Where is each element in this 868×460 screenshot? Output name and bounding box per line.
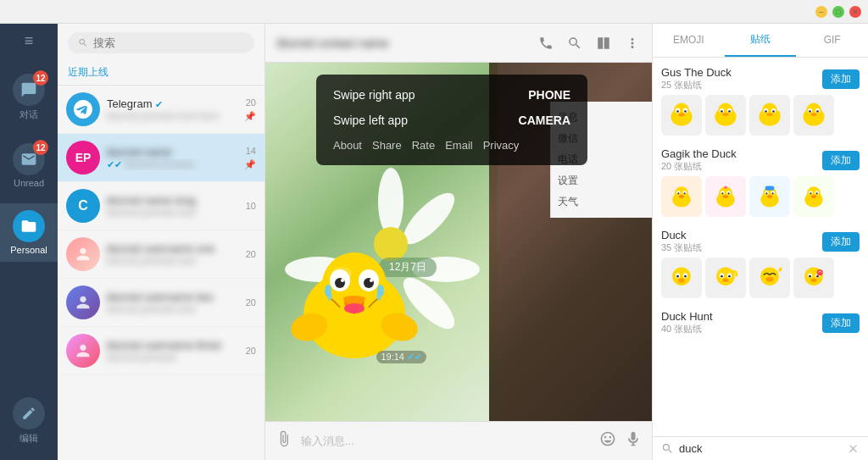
- sticker-tabs: EMOJI 贴纸 GIF: [653, 24, 868, 58]
- sticker-item[interactable]: [661, 95, 702, 136]
- chat-item-user3[interactable]: blurred username three blurred preview 2…: [58, 327, 264, 375]
- sticker-pack-gagik: Gagik the Duck 20 张贴纸 添加: [661, 147, 860, 217]
- tab-emoji[interactable]: EMOJI: [653, 24, 725, 57]
- context-weather[interactable]: 天气: [558, 193, 645, 211]
- tab-stickers[interactable]: 贴纸: [725, 24, 797, 57]
- edit-label: 编辑: [19, 432, 38, 445]
- svg-point-73: [811, 195, 816, 198]
- user3-meta: 20: [246, 346, 256, 356]
- unread-badge: 12: [33, 140, 48, 155]
- pack-duck-header: Duck 35 张贴纸 添加: [661, 229, 860, 254]
- chat-item-user1[interactable]: blurred username one blurred preview tex…: [58, 230, 264, 279]
- contact-name: blurred contact name: [277, 36, 525, 50]
- sidebar-item-edit[interactable]: 编辑: [0, 391, 58, 452]
- emoji-icon[interactable]: [599, 430, 616, 452]
- pack-gus-stickers: [661, 95, 860, 136]
- svg-point-35: [772, 110, 775, 113]
- chat-item-c[interactable]: C blurred name long blurred preview text…: [58, 182, 264, 230]
- sticker-item[interactable]: [705, 258, 746, 298]
- chat-item-user2[interactable]: blurred username two blurred preview tex…: [58, 279, 264, 327]
- message-time: 19:14 ✔✔: [376, 351, 426, 363]
- svg-point-50: [679, 195, 684, 198]
- user3-avatar: [66, 334, 100, 368]
- overlay-links: About Share Rate Email Privacy: [333, 139, 570, 152]
- rate-link[interactable]: Rate: [412, 139, 435, 152]
- message-input[interactable]: [301, 435, 591, 447]
- c-avatar: C: [66, 189, 100, 223]
- chat-item-telegram[interactable]: Telegram ✔ blurred preview text here 20 …: [58, 86, 264, 134]
- sticker-item[interactable]: [749, 95, 790, 136]
- sticker-item[interactable]: [749, 176, 790, 217]
- email-link[interactable]: Email: [445, 139, 473, 152]
- svg-point-68: [807, 186, 821, 200]
- sidebar-item-chats[interactable]: 12 对话: [0, 67, 58, 128]
- sidebar-item-personal[interactable]: Personal: [0, 203, 58, 262]
- pack-gagik-info: Gagik the Duck 20 张贴纸: [661, 147, 737, 173]
- search-input[interactable]: [93, 36, 244, 49]
- sticker-search-input[interactable]: [679, 442, 842, 455]
- pack-gus-info: Gus The Duck 25 张贴纸: [661, 66, 732, 91]
- svg-point-87: [766, 277, 774, 281]
- user1-meta: 20: [246, 249, 256, 259]
- svg-point-49: [684, 192, 686, 194]
- maximize-button[interactable]: □: [832, 6, 844, 18]
- svg-rect-66: [765, 186, 775, 190]
- camera-label[interactable]: CAMERA: [519, 114, 570, 127]
- about-link[interactable]: About: [333, 139, 362, 152]
- sticker-search-clear-icon[interactable]: [847, 442, 860, 455]
- close-button[interactable]: ✕: [849, 6, 861, 18]
- attach-icon[interactable]: [275, 430, 292, 452]
- chat-item-ep[interactable]: EP blurred name ✔✔ blurred preview 14 📌: [58, 134, 264, 182]
- chat-topbar: blurred contact name: [265, 24, 652, 63]
- chat-input-bar: [265, 421, 652, 460]
- share-link[interactable]: Share: [372, 139, 402, 152]
- user3-preview: blurred preview: [107, 352, 241, 363]
- chat-list-header: [58, 24, 264, 62]
- hamburger-icon[interactable]: ≡: [25, 32, 34, 50]
- ep-avatar: EP: [66, 141, 100, 175]
- svg-point-43: [810, 113, 816, 116]
- telegram-preview: blurred preview text here: [107, 110, 239, 122]
- pack-duckhunt-info: Duck Hunt 40 张贴纸: [661, 310, 713, 335]
- svg-point-72: [816, 192, 818, 194]
- pack-gagik-add-button[interactable]: 添加: [822, 151, 860, 170]
- svg-point-71: [810, 192, 811, 194]
- svg-point-29: [722, 113, 728, 116]
- pack-duckhunt-header: Duck Hunt 40 张贴纸 添加: [661, 310, 860, 335]
- split-view-icon[interactable]: [596, 36, 611, 51]
- sidebar-item-unread[interactable]: 12 Unread: [0, 136, 58, 195]
- minimize-button[interactable]: –: [815, 6, 827, 18]
- sticker-item[interactable]: [749, 258, 790, 298]
- telegram-pin-icon: 📌: [244, 111, 256, 122]
- pack-duckhunt-add-button[interactable]: 添加: [822, 313, 860, 333]
- mic-icon[interactable]: [625, 430, 642, 452]
- sticker-item[interactable]: [705, 176, 746, 217]
- privacy-link[interactable]: Privacy: [483, 139, 520, 152]
- sticker-item[interactable]: [661, 258, 702, 298]
- pack-duck-count: 35 张贴纸: [661, 241, 702, 254]
- sticker-item[interactable]: [793, 176, 834, 217]
- svg-point-64: [772, 192, 774, 194]
- sticker-item[interactable]: [705, 95, 746, 136]
- svg-point-92: [816, 275, 819, 278]
- sticker-item[interactable]: [661, 176, 702, 217]
- pack-duck-add-button[interactable]: 添加: [822, 232, 860, 252]
- sticker-item[interactable]: [793, 95, 834, 136]
- unread-label: Unread: [14, 178, 44, 188]
- phone-icon[interactable]: [538, 36, 554, 51]
- context-settings[interactable]: 设置: [558, 172, 645, 190]
- svg-point-34: [765, 110, 767, 113]
- svg-point-91: [809, 275, 811, 278]
- user2-name: blurred username two: [107, 291, 241, 303]
- more-options-icon[interactable]: [625, 36, 640, 51]
- phone-label[interactable]: PHONE: [528, 88, 570, 102]
- chat-messages[interactable]: Swipe right app PHONE Swipe left app CAM…: [265, 63, 652, 421]
- pack-gus-add-button[interactable]: 添加: [822, 69, 860, 89]
- pack-duck-stickers: [661, 258, 860, 298]
- search-topbar-icon[interactable]: [567, 36, 582, 51]
- svg-point-56: [728, 192, 730, 194]
- svg-point-36: [766, 113, 772, 116]
- tab-gif[interactable]: GIF: [796, 24, 868, 57]
- sticker-item[interactable]: [793, 258, 834, 298]
- user3-name: blurred username three: [107, 339, 241, 352]
